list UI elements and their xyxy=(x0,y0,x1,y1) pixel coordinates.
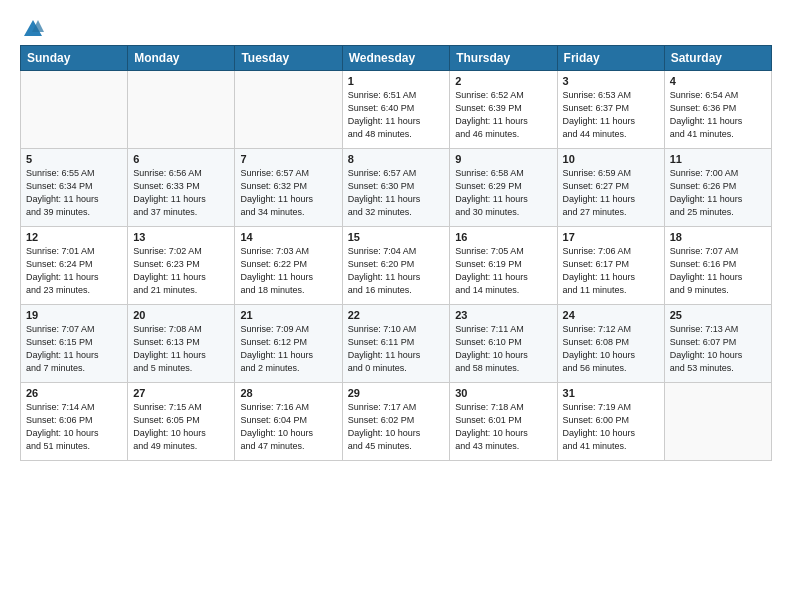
week-row-3: 12Sunrise: 7:01 AM Sunset: 6:24 PM Dayli… xyxy=(21,227,772,305)
day-info: Sunrise: 7:13 AM Sunset: 6:07 PM Dayligh… xyxy=(670,323,766,375)
day-cell: 13Sunrise: 7:02 AM Sunset: 6:23 PM Dayli… xyxy=(128,227,235,305)
day-info: Sunrise: 6:59 AM Sunset: 6:27 PM Dayligh… xyxy=(563,167,659,219)
day-cell: 15Sunrise: 7:04 AM Sunset: 6:20 PM Dayli… xyxy=(342,227,450,305)
day-cell: 11Sunrise: 7:00 AM Sunset: 6:26 PM Dayli… xyxy=(664,149,771,227)
day-cell: 9Sunrise: 6:58 AM Sunset: 6:29 PM Daylig… xyxy=(450,149,557,227)
day-info: Sunrise: 7:07 AM Sunset: 6:16 PM Dayligh… xyxy=(670,245,766,297)
weekday-header-row: SundayMondayTuesdayWednesdayThursdayFrid… xyxy=(21,46,772,71)
day-info: Sunrise: 6:51 AM Sunset: 6:40 PM Dayligh… xyxy=(348,89,445,141)
day-number: 13 xyxy=(133,231,229,243)
day-number: 17 xyxy=(563,231,659,243)
day-info: Sunrise: 6:53 AM Sunset: 6:37 PM Dayligh… xyxy=(563,89,659,141)
day-info: Sunrise: 6:58 AM Sunset: 6:29 PM Dayligh… xyxy=(455,167,551,219)
day-cell xyxy=(235,71,342,149)
day-number: 20 xyxy=(133,309,229,321)
day-info: Sunrise: 7:18 AM Sunset: 6:01 PM Dayligh… xyxy=(455,401,551,453)
day-cell xyxy=(664,383,771,461)
day-number: 28 xyxy=(240,387,336,399)
day-cell: 28Sunrise: 7:16 AM Sunset: 6:04 PM Dayli… xyxy=(235,383,342,461)
day-number: 7 xyxy=(240,153,336,165)
day-info: Sunrise: 7:07 AM Sunset: 6:15 PM Dayligh… xyxy=(26,323,122,375)
day-cell: 22Sunrise: 7:10 AM Sunset: 6:11 PM Dayli… xyxy=(342,305,450,383)
day-info: Sunrise: 7:02 AM Sunset: 6:23 PM Dayligh… xyxy=(133,245,229,297)
day-number: 30 xyxy=(455,387,551,399)
logo xyxy=(20,18,44,37)
day-number: 5 xyxy=(26,153,122,165)
week-row-1: 1Sunrise: 6:51 AM Sunset: 6:40 PM Daylig… xyxy=(21,71,772,149)
weekday-friday: Friday xyxy=(557,46,664,71)
day-number: 29 xyxy=(348,387,445,399)
day-cell: 29Sunrise: 7:17 AM Sunset: 6:02 PM Dayli… xyxy=(342,383,450,461)
header xyxy=(20,18,772,37)
day-number: 19 xyxy=(26,309,122,321)
day-info: Sunrise: 6:52 AM Sunset: 6:39 PM Dayligh… xyxy=(455,89,551,141)
day-info: Sunrise: 7:08 AM Sunset: 6:13 PM Dayligh… xyxy=(133,323,229,375)
day-cell: 8Sunrise: 6:57 AM Sunset: 6:30 PM Daylig… xyxy=(342,149,450,227)
day-cell: 30Sunrise: 7:18 AM Sunset: 6:01 PM Dayli… xyxy=(450,383,557,461)
day-info: Sunrise: 7:14 AM Sunset: 6:06 PM Dayligh… xyxy=(26,401,122,453)
day-number: 22 xyxy=(348,309,445,321)
day-cell: 4Sunrise: 6:54 AM Sunset: 6:36 PM Daylig… xyxy=(664,71,771,149)
day-cell: 27Sunrise: 7:15 AM Sunset: 6:05 PM Dayli… xyxy=(128,383,235,461)
day-number: 23 xyxy=(455,309,551,321)
day-number: 16 xyxy=(455,231,551,243)
day-number: 10 xyxy=(563,153,659,165)
day-cell: 25Sunrise: 7:13 AM Sunset: 6:07 PM Dayli… xyxy=(664,305,771,383)
day-info: Sunrise: 6:54 AM Sunset: 6:36 PM Dayligh… xyxy=(670,89,766,141)
day-cell: 6Sunrise: 6:56 AM Sunset: 6:33 PM Daylig… xyxy=(128,149,235,227)
day-number: 8 xyxy=(348,153,445,165)
day-cell: 26Sunrise: 7:14 AM Sunset: 6:06 PM Dayli… xyxy=(21,383,128,461)
weekday-wednesday: Wednesday xyxy=(342,46,450,71)
day-cell: 21Sunrise: 7:09 AM Sunset: 6:12 PM Dayli… xyxy=(235,305,342,383)
day-info: Sunrise: 7:06 AM Sunset: 6:17 PM Dayligh… xyxy=(563,245,659,297)
day-cell: 18Sunrise: 7:07 AM Sunset: 6:16 PM Dayli… xyxy=(664,227,771,305)
day-info: Sunrise: 7:09 AM Sunset: 6:12 PM Dayligh… xyxy=(240,323,336,375)
day-number: 12 xyxy=(26,231,122,243)
day-cell: 12Sunrise: 7:01 AM Sunset: 6:24 PM Dayli… xyxy=(21,227,128,305)
day-info: Sunrise: 7:15 AM Sunset: 6:05 PM Dayligh… xyxy=(133,401,229,453)
day-info: Sunrise: 7:04 AM Sunset: 6:20 PM Dayligh… xyxy=(348,245,445,297)
day-cell: 7Sunrise: 6:57 AM Sunset: 6:32 PM Daylig… xyxy=(235,149,342,227)
day-cell: 31Sunrise: 7:19 AM Sunset: 6:00 PM Dayli… xyxy=(557,383,664,461)
day-cell xyxy=(21,71,128,149)
day-info: Sunrise: 7:03 AM Sunset: 6:22 PM Dayligh… xyxy=(240,245,336,297)
day-cell: 20Sunrise: 7:08 AM Sunset: 6:13 PM Dayli… xyxy=(128,305,235,383)
day-cell: 16Sunrise: 7:05 AM Sunset: 6:19 PM Dayli… xyxy=(450,227,557,305)
day-info: Sunrise: 6:56 AM Sunset: 6:33 PM Dayligh… xyxy=(133,167,229,219)
day-info: Sunrise: 6:55 AM Sunset: 6:34 PM Dayligh… xyxy=(26,167,122,219)
weekday-sunday: Sunday xyxy=(21,46,128,71)
day-number: 21 xyxy=(240,309,336,321)
day-info: Sunrise: 6:57 AM Sunset: 6:32 PM Dayligh… xyxy=(240,167,336,219)
day-number: 18 xyxy=(670,231,766,243)
day-cell: 10Sunrise: 6:59 AM Sunset: 6:27 PM Dayli… xyxy=(557,149,664,227)
day-number: 11 xyxy=(670,153,766,165)
day-info: Sunrise: 7:17 AM Sunset: 6:02 PM Dayligh… xyxy=(348,401,445,453)
day-info: Sunrise: 6:57 AM Sunset: 6:30 PM Dayligh… xyxy=(348,167,445,219)
day-number: 4 xyxy=(670,75,766,87)
calendar: SundayMondayTuesdayWednesdayThursdayFrid… xyxy=(20,45,772,461)
day-number: 26 xyxy=(26,387,122,399)
day-number: 24 xyxy=(563,309,659,321)
day-cell: 3Sunrise: 6:53 AM Sunset: 6:37 PM Daylig… xyxy=(557,71,664,149)
day-number: 9 xyxy=(455,153,551,165)
weekday-saturday: Saturday xyxy=(664,46,771,71)
page: SundayMondayTuesdayWednesdayThursdayFrid… xyxy=(0,0,792,612)
day-number: 31 xyxy=(563,387,659,399)
day-cell: 5Sunrise: 6:55 AM Sunset: 6:34 PM Daylig… xyxy=(21,149,128,227)
day-info: Sunrise: 7:05 AM Sunset: 6:19 PM Dayligh… xyxy=(455,245,551,297)
day-cell xyxy=(128,71,235,149)
day-cell: 1Sunrise: 6:51 AM Sunset: 6:40 PM Daylig… xyxy=(342,71,450,149)
day-number: 25 xyxy=(670,309,766,321)
day-number: 27 xyxy=(133,387,229,399)
weekday-thursday: Thursday xyxy=(450,46,557,71)
day-number: 2 xyxy=(455,75,551,87)
day-cell: 19Sunrise: 7:07 AM Sunset: 6:15 PM Dayli… xyxy=(21,305,128,383)
day-number: 14 xyxy=(240,231,336,243)
day-cell: 24Sunrise: 7:12 AM Sunset: 6:08 PM Dayli… xyxy=(557,305,664,383)
day-cell: 2Sunrise: 6:52 AM Sunset: 6:39 PM Daylig… xyxy=(450,71,557,149)
day-cell: 17Sunrise: 7:06 AM Sunset: 6:17 PM Dayli… xyxy=(557,227,664,305)
day-info: Sunrise: 7:19 AM Sunset: 6:00 PM Dayligh… xyxy=(563,401,659,453)
day-number: 15 xyxy=(348,231,445,243)
day-number: 1 xyxy=(348,75,445,87)
week-row-2: 5Sunrise: 6:55 AM Sunset: 6:34 PM Daylig… xyxy=(21,149,772,227)
